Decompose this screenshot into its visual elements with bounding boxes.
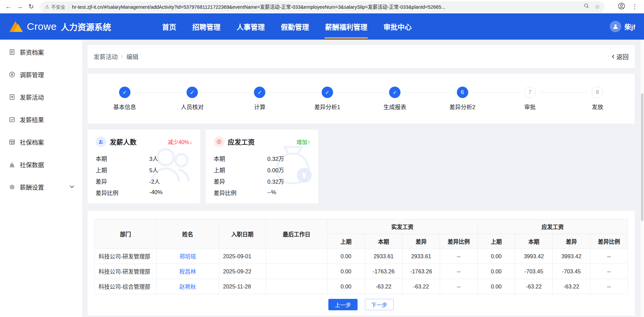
employee-link[interactable]: 赵艳秋 (179, 284, 196, 290)
hire-date-cell: 2025-09-01 (219, 249, 266, 264)
page-scrollbar[interactable] (640, 40, 644, 317)
stat-row: 本期0.32万 (214, 152, 310, 164)
url-bar[interactable]: ⚠ 不安全 hr-test.zjf-it.cn/#/salaryManageme… (40, 1, 605, 12)
sidebar-item-social-data[interactable]: 社保数据 (0, 153, 82, 176)
amount-cell: -- (440, 264, 478, 279)
step-8[interactable]: 8发放 (564, 87, 631, 111)
employee-link[interactable]: 程昌林 (179, 269, 196, 275)
stat-value: 0.00万 (267, 166, 284, 174)
amount-cell: -63.22 (553, 279, 590, 294)
table-row: 科技公司-综合管理部赵艳秋2025-11-280.00-63.22-63.22-… (95, 279, 628, 294)
step-6[interactable]: 6差异分析2 (429, 87, 496, 111)
column-subheader: 差异 (553, 234, 590, 249)
money-icon (214, 136, 224, 147)
salary-diff-table: 部门姓名入职日期最后工作日实发工资应发工资上期本期差异差异比例上期本期差异差异比… (94, 219, 628, 294)
sidebar-item-salary-adjust[interactable]: 调薪管理 (0, 63, 82, 86)
amount-cell: -- (590, 264, 628, 279)
stat-value: 0.32万 (267, 154, 284, 163)
stat-card-payable: 应发工资增加↑本期0.32万上期0.00万差异0.32万差异比例--%¥ (206, 130, 318, 203)
sidebar-item-payroll-activity[interactable]: 发薪活动 (0, 86, 82, 108)
back-button[interactable]: ‹ 返回 (612, 52, 629, 61)
step-4[interactable]: ✓差异分析1 (293, 87, 361, 111)
stat-label: 差异比例 (96, 188, 149, 197)
brand-name: Crowe (27, 21, 57, 32)
employee-link[interactable]: 郑培瑶 (179, 254, 196, 260)
next-step-button[interactable]: 下一步 (365, 299, 394, 310)
stat-label: 上期 (214, 166, 267, 174)
sidebar-item-label: 发薪活动 (20, 93, 44, 101)
social-archive-icon (9, 139, 15, 145)
sidebar-item-label: 社保数据 (20, 160, 44, 169)
amount-cell: -- (590, 249, 628, 264)
wizard-buttons: 上一步 下一步 (94, 299, 628, 310)
table-card: 部门姓名入职日期最后工作日实发工资应发工资上期本期差异差异比例上期本期差异差异比… (88, 211, 635, 316)
url-divider (68, 4, 69, 9)
sidebar-item-social-archive[interactable]: 社保档案 (0, 131, 82, 153)
amount-cell: 2933.61 (402, 249, 440, 264)
stat-value: 3人 (149, 154, 158, 163)
column-subheader: 本期 (515, 234, 553, 249)
nav-item-attendance[interactable]: 假勤管理 (280, 13, 310, 40)
stat-label: 差异比例 (214, 188, 267, 197)
sidebar-item-salary-settings[interactable]: 薪酬设置 (0, 176, 82, 198)
sidebar-item-payroll-result[interactable]: 发薪结果 (0, 108, 82, 131)
bookmark-star-icon[interactable]: ☆ (595, 3, 600, 10)
step-check-icon: ✓ (389, 87, 400, 98)
column-subheader: 上期 (478, 234, 515, 249)
step-label: 差异分析2 (449, 102, 475, 111)
name-cell: 郑培瑶 (157, 249, 219, 264)
nav-item-personnel[interactable]: 人事管理 (236, 13, 265, 40)
browser-refresh-icon[interactable]: ↻ (25, 1, 37, 12)
salary-adjust-icon (9, 71, 15, 78)
browser-back-icon[interactable]: ← (3, 1, 14, 12)
security-warning-icon: ⚠ (45, 4, 49, 9)
step-5[interactable]: ✓生成报表 (361, 87, 429, 111)
nav-item-approval-center[interactable]: 审批中心 (383, 13, 412, 40)
step-label: 发放 (592, 102, 603, 111)
trend-badge: 减少40%↓ (168, 138, 192, 146)
name-cell: 程昌林 (157, 264, 219, 279)
trend-arrow-icon: ↓ (190, 139, 192, 145)
step-number-badge: 8 (592, 87, 603, 98)
scrollbar-thumb[interactable] (641, 93, 643, 221)
user-avatar-icon[interactable] (610, 21, 621, 32)
amount-cell: 0.00 (478, 249, 515, 264)
nav-item-compensation[interactable]: 薪酬福利管理 (324, 13, 368, 40)
chevron-left-icon: ‹ (612, 52, 614, 60)
salary-settings-icon (9, 184, 15, 190)
sidebar-item-label: 社保档案 (20, 138, 44, 146)
step-check-icon: ✓ (322, 87, 333, 98)
sidebar-item-salary-archive[interactable]: 薪资档案 (0, 41, 82, 63)
zoom-icon[interactable] (584, 3, 589, 10)
step-2[interactable]: ✓人员核对 (158, 87, 226, 111)
stat-value: -40% (149, 189, 163, 196)
department-cell: 科技公司-研发管理部 (95, 249, 157, 264)
main-content: 发薪活动 › 编辑 ‹ 返回 ✓基本信息✓人员核对✓计算✓差异分析1✓生成报表6… (82, 40, 640, 317)
amount-cell: 0.00 (478, 264, 515, 279)
step-3[interactable]: ✓计算 (226, 87, 293, 111)
stat-value: 5人 (149, 166, 158, 174)
user-area: 柴jf (610, 21, 635, 32)
stat-card-title: 应发工资 (228, 137, 255, 147)
step-number-badge: 7 (524, 87, 536, 98)
prev-step-button[interactable]: 上一步 (328, 299, 357, 310)
amount-cell: -63.22 (365, 279, 402, 294)
amount-cell: -- (590, 279, 628, 294)
stat-label: 差异 (96, 177, 149, 185)
step-label: 计算 (254, 102, 265, 111)
browser-menu-icon[interactable]: ⋮ (632, 3, 638, 10)
app-title: 人力资源系统 (61, 20, 111, 33)
browser-profile-icon[interactable] (618, 2, 626, 11)
crowe-logo-icon (9, 20, 23, 33)
stat-row: 上期5人 (96, 164, 192, 175)
nav-item-recruitment[interactable]: 招聘管理 (192, 13, 221, 40)
step-7[interactable]: 7审批 (496, 87, 564, 111)
browser-forward-icon[interactable]: → (14, 1, 25, 12)
breadcrumb-item-payroll-activity[interactable]: 发薪活动 (94, 52, 118, 61)
stat-label: 上期 (96, 166, 149, 174)
hire-date-cell: 2025-09-22 (219, 264, 266, 279)
nav-item-home[interactable]: 首页 (161, 13, 177, 40)
last-work-date-cell (266, 279, 327, 294)
step-1[interactable]: ✓基本信息 (91, 87, 158, 111)
stat-card-title: 发薪人数 (110, 137, 137, 147)
